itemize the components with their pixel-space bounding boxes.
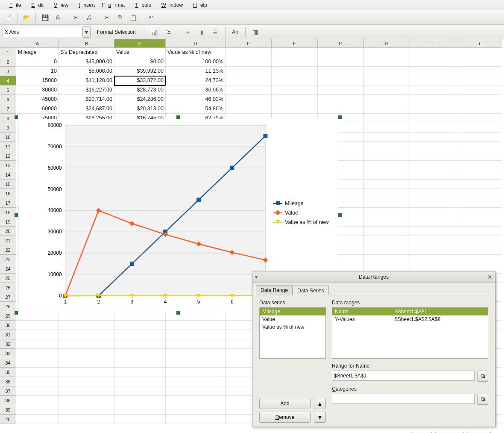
cell-E6[interactable] (226, 95, 272, 104)
cell-A2[interactable]: 0 (16, 57, 59, 67)
cell-D35[interactable] (166, 368, 226, 377)
cell-H3[interactable] (364, 67, 410, 76)
row-header-7[interactable]: 7 (0, 104, 16, 114)
range-row[interactable]: Name$Sheet1.$A$1 (332, 308, 488, 315)
cell-H7[interactable] (364, 104, 410, 114)
cut-icon[interactable]: ✂ (70, 12, 82, 23)
row-header-39[interactable]: 39 (0, 405, 16, 415)
row-header-13[interactable]: 13 (0, 161, 16, 170)
cell-B1[interactable]: $'s Depreciated (59, 48, 114, 57)
cell-I14[interactable] (410, 170, 456, 180)
open-icon[interactable]: 📂 (21, 12, 32, 23)
cell-J4[interactable] (456, 76, 502, 85)
cell-H11[interactable] (364, 142, 410, 151)
cell-A35[interactable] (16, 368, 59, 377)
cell-G3[interactable] (318, 67, 364, 76)
cell-B40[interactable] (59, 415, 114, 424)
cell-B3[interactable]: $5,008.00 (59, 67, 114, 76)
range-row[interactable]: Y-Values$Sheet1.$A$2:$A$8 (332, 315, 488, 323)
cell-D30[interactable] (166, 321, 226, 330)
row-header-2[interactable]: 2 (0, 57, 16, 67)
row-header-33[interactable]: 33 (0, 349, 16, 358)
cell-F5[interactable] (272, 85, 318, 95)
row-header-19[interactable]: 19 (0, 217, 16, 227)
row-header-10[interactable]: 10 (0, 133, 16, 142)
cell-I18[interactable] (410, 208, 456, 217)
show-legend-icon[interactable]: ☰ (210, 27, 221, 38)
cell-I22[interactable] (410, 245, 456, 255)
cell-H2[interactable] (364, 57, 410, 67)
cell-D29[interactable] (166, 311, 226, 321)
cell-I15[interactable] (410, 180, 456, 189)
cell-H17[interactable] (364, 198, 410, 208)
cell-D37[interactable] (166, 386, 226, 396)
cell-D7[interactable]: 54.86% (166, 104, 226, 114)
data-ranges-table[interactable]: Name$Sheet1.$A$1Y-Values$Sheet1.$A$2:$A$… (332, 307, 488, 359)
cell-A36[interactable] (16, 377, 59, 386)
cell-J5[interactable] (456, 85, 502, 95)
cell-D4[interactable]: 24.73% (166, 76, 226, 85)
series-list-item[interactable]: Mileage (260, 308, 325, 315)
cell-B33[interactable] (59, 349, 114, 358)
cell-D38[interactable] (166, 396, 226, 405)
cell-J18[interactable] (456, 208, 502, 217)
cell-J6[interactable] (456, 95, 502, 104)
cell-H6[interactable] (364, 95, 410, 104)
cell-J10[interactable] (456, 133, 502, 142)
legend-item[interactable]: Value as % of new (273, 218, 329, 227)
cell-B37[interactable] (59, 386, 114, 396)
menu-insert[interactable]: Insert (72, 0, 98, 10)
cell-D5[interactable]: 36.06% (166, 85, 226, 95)
cell-I10[interactable] (410, 133, 456, 142)
cell-J15[interactable] (456, 180, 502, 189)
cell-C1[interactable]: Value (114, 48, 166, 57)
column-header-G[interactable]: G (318, 39, 364, 48)
row-header-27[interactable]: 27 (0, 292, 16, 302)
chart-element-dropdown-icon[interactable]: ▾ (83, 27, 91, 38)
chart-element-input[interactable] (3, 27, 83, 37)
cell-J2[interactable] (456, 57, 502, 67)
cell-H4[interactable] (364, 76, 410, 85)
cell-H9[interactable] (364, 123, 410, 133)
row-header-23[interactable]: 23 (0, 255, 16, 264)
range-for-name-input[interactable] (332, 371, 475, 381)
new-doc-icon[interactable]: 📄 (3, 12, 14, 23)
cell-H21[interactable] (364, 236, 410, 245)
undo-icon[interactable]: ↶ (146, 12, 157, 23)
cell-G4[interactable] (318, 76, 364, 85)
series-list-item[interactable]: Value as % of new (260, 323, 325, 331)
cell-H22[interactable] (364, 245, 410, 255)
cell-F1[interactable] (272, 48, 318, 57)
cell-J9[interactable] (456, 123, 502, 133)
cell-J11[interactable] (456, 142, 502, 151)
format-selection-button[interactable]: Format Selection (93, 27, 140, 37)
row-header-22[interactable]: 22 (0, 245, 16, 255)
row-header-18[interactable]: 18 (0, 208, 16, 217)
legend-item[interactable]: Value (273, 208, 329, 218)
column-header-E[interactable]: E (226, 39, 272, 48)
cell-C3[interactable]: $39,992.00 (114, 67, 166, 76)
cell-H10[interactable] (364, 133, 410, 142)
cell-B5[interactable]: $16,227.00 (59, 85, 114, 95)
column-header-B[interactable]: B (59, 39, 114, 48)
cell-D39[interactable] (166, 405, 226, 415)
cell-J3[interactable] (456, 67, 502, 76)
cell-D40[interactable] (166, 415, 226, 424)
cell-C6[interactable]: $24,286.00 (114, 95, 166, 104)
series-list-item[interactable]: Value (260, 315, 325, 323)
dialog-titlebar[interactable]: ▾ Data Ranges ✕ (252, 271, 495, 283)
cell-I16[interactable] (410, 189, 456, 198)
cell-A33[interactable] (16, 349, 59, 358)
row-header-17[interactable]: 17 (0, 198, 16, 208)
cell-D34[interactable] (166, 358, 226, 368)
cell-J17[interactable] (456, 198, 502, 208)
chart-element-selector[interactable]: ▾ (3, 27, 91, 38)
cell-B35[interactable] (59, 368, 114, 377)
cell-I7[interactable] (410, 104, 456, 114)
cell-B36[interactable] (59, 377, 114, 386)
data-series-listbox[interactable]: MileageValueValue as % of new (259, 307, 326, 359)
cell-C38[interactable] (114, 396, 166, 405)
data-range-icon[interactable]: ▥ (250, 27, 261, 38)
cell-I2[interactable] (410, 57, 456, 67)
cell-D6[interactable]: 46.03% (166, 95, 226, 104)
